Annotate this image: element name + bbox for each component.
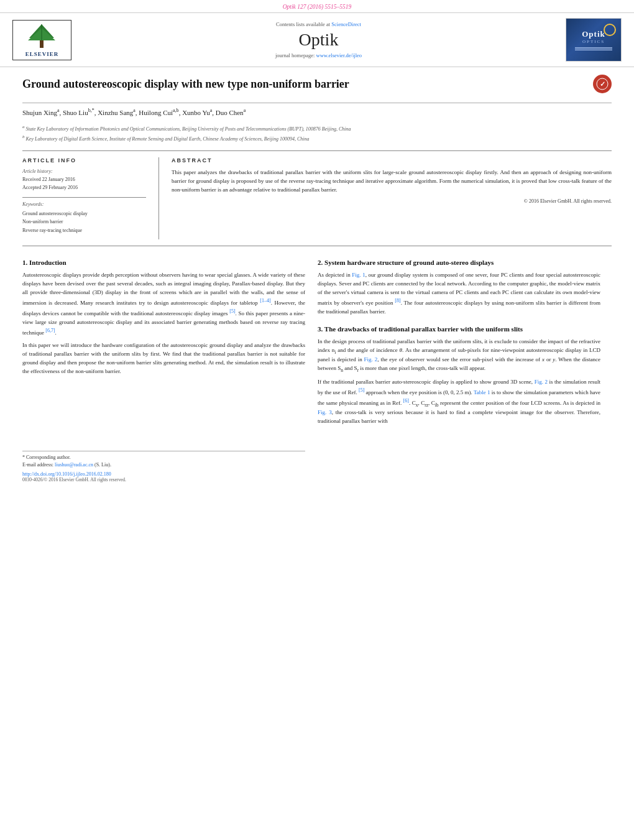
article-info-heading: ARTICLE INFO [22, 157, 146, 164]
elsevier-logo: ELSEVIER [12, 20, 71, 60]
system-para-1: As depicted in Fig. 1, our ground displa… [318, 271, 600, 316]
journal-header: ELSEVIER Contents lists available at Sci… [0, 12, 634, 67]
crossmark-icon: ✓ [593, 75, 612, 93]
fig2-link[interactable]: Fig. 2 [364, 356, 378, 362]
authors-line: Shujun Xinga, Shuo Liub,*, Xinzhu Sanga,… [22, 107, 612, 118]
page: Optik 127 (2016) 5515–5519 ELSEVIER Cont… [0, 0, 634, 840]
citation-bar: Optik 127 (2016) 5515–5519 [0, 0, 634, 12]
optik-circle-icon [604, 24, 616, 36]
journal-center: Contents lists available at ScienceDirec… [71, 21, 566, 58]
email-link[interactable]: liushuo@radi.ac.cn [55, 462, 93, 468]
optik-subtitle: OPTICS [582, 39, 605, 44]
history-label: Article history: [22, 168, 146, 174]
affiliations: a State Key Laboratory of Information Ph… [22, 124, 612, 143]
sciencedirect-link[interactable]: ScienceDirect [331, 21, 361, 27]
optik-logo: Optik OPTICS [566, 19, 621, 61]
system-heading: 2. System hardware structure of ground a… [318, 259, 600, 266]
received-date: Received 22 January 2016 [22, 176, 146, 184]
journal-name: Optik [71, 30, 566, 50]
body-columns: 1. Introduction Autostereoscopic display… [22, 259, 612, 482]
article-content: Ground autostereoscopic display with new… [0, 67, 634, 495]
affiliation-b: b Key Laboratory of Digital Earth Scienc… [22, 134, 612, 143]
issn-text: 0030-4026/© 2016 Elsevier GmbH. All righ… [22, 477, 305, 482]
body-col-left: 1. Introduction Autostereoscopic display… [22, 259, 305, 482]
keywords-label: Keywords: [22, 201, 146, 207]
article-title: Ground autostereoscopic display with new… [22, 77, 587, 91]
doi-link[interactable]: http://dx.doi.org/10.1016/j.ijleo.2016.0… [22, 471, 305, 477]
keyword-2: Non-uniform barrier [22, 218, 146, 226]
homepage-line: journal homepage: www.elsevier.de/ijleo [71, 52, 566, 58]
svg-text:✓: ✓ [600, 80, 605, 88]
drawbacks-heading: 3. The drawbacks of traditional parallax… [318, 325, 600, 333]
optik-logo-box: Optik OPTICS [566, 18, 622, 62]
homepage-url[interactable]: www.elsevier.de/ijleo [316, 52, 362, 58]
affiliation-a: a State Key Laboratory of Information Ph… [22, 124, 612, 133]
intro-heading: 1. Introduction [22, 259, 305, 266]
elsevier-tree-icon [16, 22, 68, 50]
accepted-date: Accepted 29 February 2016 [22, 184, 146, 192]
title-row: Ground autostereoscopic display with new… [22, 77, 612, 98]
footnote-area: * Corresponding author. E-mail address: … [22, 451, 305, 482]
optik-title: Optik [582, 29, 605, 39]
abstract-col: ABSTRACT This paper analyzes the drawbac… [172, 157, 612, 239]
article-info-col: ARTICLE INFO Article history: Received 2… [22, 157, 159, 239]
copyright-text: © 2016 Elsevier GmbH. All rights reserve… [172, 198, 612, 204]
drawbacks-para-1: In the design process of traditional par… [318, 338, 600, 374]
abstract-heading: ABSTRACT [172, 157, 612, 164]
abstract-text: This paper analyzes the drawbacks of tra… [172, 168, 612, 195]
keyword-3: Reverse ray-tracing technique [22, 226, 146, 235]
article-info-row: ARTICLE INFO Article history: Received 2… [22, 150, 612, 246]
email-footnote: E-mail address: liushuo@radi.ac.cn (S. L… [22, 461, 305, 469]
drawbacks-para-2: If the traditional parallax barrier auto… [318, 378, 600, 426]
crossmark-svg-icon: ✓ [596, 78, 609, 90]
table1-link[interactable]: Table 1 [474, 389, 490, 395]
contents-line: Contents lists available at ScienceDirec… [71, 21, 566, 27]
svg-rect-1 [40, 40, 44, 48]
article-history-section: Article history: Received 22 January 201… [22, 168, 146, 192]
crossmark-badge: ✓ [593, 75, 612, 93]
keywords-section: Keywords: Ground autostereoscopic displa… [22, 201, 146, 235]
body-col-right: 2. System hardware structure of ground a… [318, 259, 600, 482]
divider [22, 197, 146, 198]
fig1-link[interactable]: Fig. 1 [352, 272, 365, 278]
intro-para-2: In this paper we will introduce the hard… [22, 341, 305, 376]
elsevier-text: ELSEVIER [25, 51, 59, 57]
corresponding-label: * Corresponding author. [22, 454, 305, 461]
fig3-link[interactable]: Fig. 3 [318, 409, 332, 415]
fig2b-link[interactable]: Fig. 2 [535, 379, 548, 385]
doi-anchor[interactable]: http://dx.doi.org/10.1016/j.ijleo.2016.0… [22, 471, 111, 477]
intro-para-1: Autostereoscopic displays provide depth … [22, 271, 305, 338]
citation-text: Optik 127 (2016) 5515–5519 [283, 4, 352, 10]
keyword-1: Ground autostereoscopic display [22, 210, 146, 218]
